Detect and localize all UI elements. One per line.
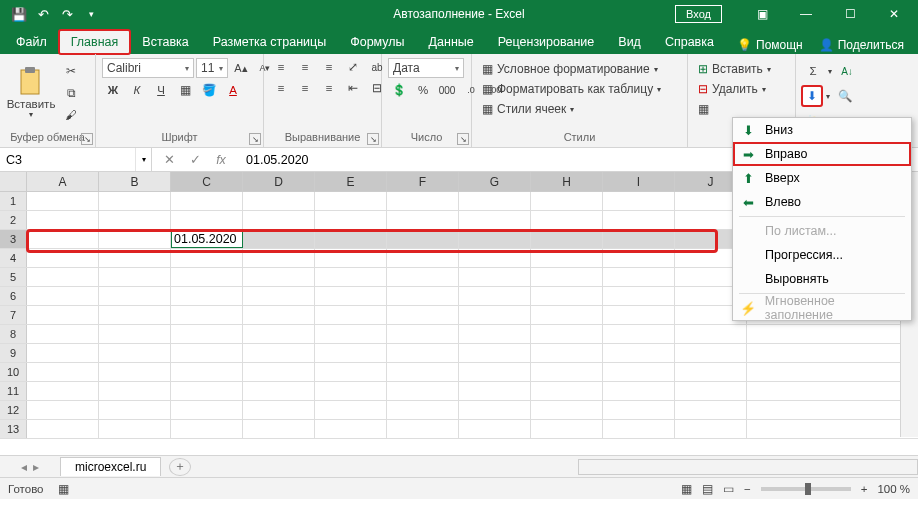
fill-series-item[interactable]: Прогрессия... [733,243,911,267]
cell-styles-button[interactable]: ▦Стили ячеек▾ [478,100,665,118]
cell[interactable] [243,363,315,381]
cell[interactable] [603,363,675,381]
cell[interactable] [243,230,315,248]
name-box[interactable]: C3 ▾ [0,148,152,171]
ribbon-options-button[interactable]: ▣ [742,0,782,28]
percent-button[interactable]: % [412,81,434,99]
align-bottom-button[interactable]: ≡ [318,58,340,76]
cell[interactable] [531,192,603,210]
paste-button[interactable]: Вставить ▾ [6,58,56,126]
cell[interactable] [675,420,747,438]
cell[interactable] [675,401,747,419]
cell[interactable] [531,211,603,229]
cell[interactable] [531,420,603,438]
cell[interactable] [603,230,675,248]
cell[interactable] [603,344,675,362]
sheet-tab[interactable]: microexcel.ru [60,457,161,476]
cell[interactable] [171,363,243,381]
horizontal-scrollbar[interactable] [578,459,918,475]
row-header[interactable]: 6 [0,287,27,305]
cell[interactable] [27,230,99,248]
cell[interactable] [531,249,603,267]
close-button[interactable]: ✕ [874,0,914,28]
cell[interactable] [675,344,747,362]
row-header[interactable]: 5 [0,268,27,286]
fill-button[interactable]: ⬇ [802,86,822,106]
col-header[interactable]: D [243,172,315,191]
cell[interactable] [459,382,531,400]
cell[interactable] [99,344,171,362]
cell[interactable] [459,420,531,438]
cut-button[interactable]: ✂ [60,62,82,80]
cell[interactable] [27,306,99,324]
cell[interactable] [27,344,99,362]
align-middle-button[interactable]: ≡ [294,58,316,76]
copy-button[interactable]: ⧉ [60,84,82,102]
fill-left-item[interactable]: ⬅Влево [733,190,911,214]
align-right-button[interactable]: ≡ [318,79,340,97]
cell[interactable] [387,230,459,248]
cell[interactable] [459,230,531,248]
cell[interactable] [315,325,387,343]
cell[interactable] [243,382,315,400]
tab-formulas[interactable]: Формулы [338,30,416,54]
tab-insert[interactable]: Вставка [130,30,200,54]
cell[interactable] [27,382,99,400]
select-all-corner[interactable] [0,172,27,191]
fill-down-item[interactable]: ⬇Вниз [733,118,911,142]
cell[interactable] [459,249,531,267]
row-header[interactable]: 11 [0,382,27,400]
zoom-out-button[interactable]: − [744,483,751,495]
view-break-button[interactable]: ▭ [723,482,734,496]
cell[interactable] [531,325,603,343]
cell[interactable] [603,211,675,229]
add-sheet-button[interactable]: ＋ [169,458,191,476]
row-header[interactable]: 2 [0,211,27,229]
cell[interactable] [387,192,459,210]
cell[interactable] [171,420,243,438]
cell[interactable] [603,249,675,267]
number-format-combo[interactable]: Дата▾ [388,58,464,78]
border-button[interactable]: ▦ [174,81,196,99]
fill-right-item[interactable]: ➡Вправо [733,142,911,166]
cell[interactable] [531,230,603,248]
align-center-button[interactable]: ≡ [294,79,316,97]
delete-cells-button[interactable]: ⊟Удалить▾ [694,80,775,98]
cell[interactable] [387,325,459,343]
zoom-thumb[interactable] [805,483,811,495]
cell[interactable] [531,287,603,305]
cell[interactable] [531,363,603,381]
row-header[interactable]: 9 [0,344,27,362]
row-header[interactable]: 10 [0,363,27,381]
fx-button[interactable]: fx [212,153,230,167]
font-name-combo[interactable]: Calibri▾ [102,58,194,78]
cell[interactable] [603,287,675,305]
tab-data[interactable]: Данные [417,30,486,54]
cell[interactable] [315,249,387,267]
col-header[interactable]: E [315,172,387,191]
cell[interactable] [99,192,171,210]
insert-cells-button[interactable]: ⊞Вставить▾ [694,60,775,78]
cell[interactable] [171,249,243,267]
clipboard-launcher[interactable]: ↘ [81,133,93,145]
cell[interactable] [315,306,387,324]
font-launcher[interactable]: ↘ [249,133,261,145]
row-header[interactable]: 8 [0,325,27,343]
cell[interactable] [387,401,459,419]
cell[interactable] [387,306,459,324]
cell[interactable] [459,325,531,343]
cell[interactable] [603,401,675,419]
cell[interactable] [387,420,459,438]
cell[interactable] [27,325,99,343]
cell[interactable] [171,401,243,419]
cell[interactable] [171,325,243,343]
cell[interactable] [99,306,171,324]
cell[interactable] [531,306,603,324]
cell[interactable] [171,344,243,362]
cell[interactable] [243,401,315,419]
login-button[interactable]: Вход [675,5,722,23]
format-painter-button[interactable]: 🖌 [60,106,82,124]
cell[interactable] [531,382,603,400]
cell[interactable] [315,287,387,305]
decrease-indent-button[interactable]: ⇤ [342,79,364,97]
